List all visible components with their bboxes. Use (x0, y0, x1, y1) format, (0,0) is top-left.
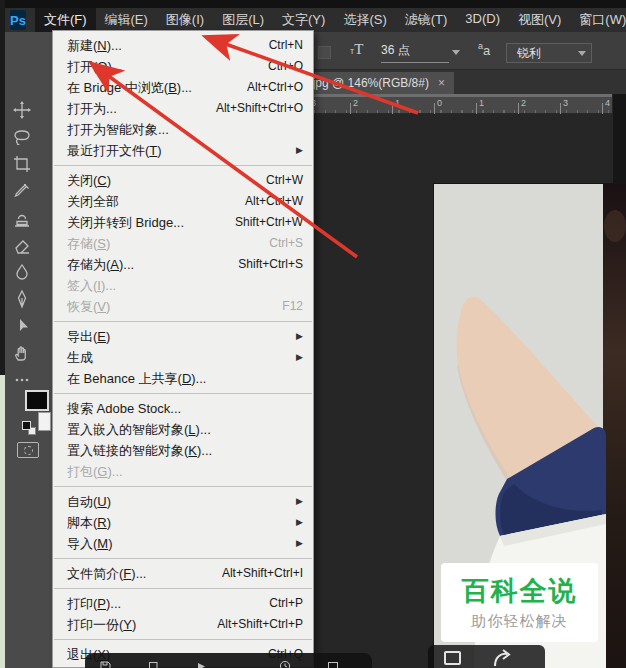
menubar-item[interactable]: 文字(Y) (273, 8, 334, 32)
ruler-number: 3 (563, 98, 568, 108)
file-menu-item[interactable]: 打印(P)...Ctrl+P (53, 593, 313, 614)
menubar-item[interactable]: 视图(V) (509, 8, 570, 32)
lasso-tool-icon[interactable] (12, 127, 32, 147)
share-icon[interactable] (195, 658, 207, 668)
menu-shortcut: Ctrl+O (268, 56, 303, 77)
blur-tool-icon[interactable] (12, 262, 32, 282)
menu-shortcut: Shift+Ctrl+S (238, 254, 303, 275)
file-menu-item[interactable]: 打开为...Alt+Shift+Ctrl+O (53, 98, 313, 119)
tab-close-icon[interactable]: × (438, 76, 445, 90)
stop-icon[interactable] (147, 658, 159, 668)
eyedropper-tool-icon[interactable] (12, 181, 32, 201)
file-menu-item: 恢复(V)F12 (53, 296, 313, 317)
crop-tool-icon[interactable] (12, 154, 32, 174)
ruler-major-tick (392, 103, 393, 114)
file-menu-item[interactable]: 打开为智能对象... (53, 119, 313, 140)
ruler-major-tick (560, 103, 561, 114)
title-bar (0, 0, 626, 8)
file-menu-item[interactable]: 关闭(C)Ctrl+W (53, 170, 313, 191)
recorder-toolbar-right[interactable] (428, 645, 545, 668)
monitor-icon[interactable] (327, 658, 339, 668)
menu-bar: Ps 文件(F)编辑(E)图像(I)图层(L)文字(Y)选择(S)滤镜(T)3D… (0, 8, 626, 32)
file-menu-item[interactable]: 关闭并转到 Bridge...Shift+Ctrl+W (53, 212, 313, 233)
file-menu-item[interactable]: 在 Behance 上共享(D)... (53, 368, 313, 389)
menubar-item[interactable]: 滤镜(T) (396, 8, 457, 32)
clone-stamp-tool-icon[interactable] (12, 208, 32, 228)
font-size-dropdown-chevron-icon[interactable] (452, 50, 460, 55)
menu-shortcut: Alt+Shift+Ctrl+P (217, 614, 303, 635)
file-menu-item[interactable]: 打开(O)...Ctrl+O (53, 56, 313, 77)
file-menu-item[interactable]: 置入嵌入的智能对象(L)... (53, 419, 313, 440)
menu-separator (54, 393, 312, 394)
menu-separator (54, 639, 312, 640)
submenu-arrow-icon: ▶ (293, 326, 303, 347)
foreground-color-swatch[interactable] (25, 390, 49, 411)
file-menu-item[interactable]: 新建(N)...Ctrl+N (53, 35, 313, 56)
options-partial-control[interactable] (318, 46, 331, 59)
ruler-number: 2 (521, 98, 526, 108)
font-size-input[interactable]: 36 点 (381, 42, 449, 63)
file-menu-item[interactable]: 置入链接的智能对象(K)... (53, 440, 313, 461)
menubar-item[interactable]: 编辑(E) (96, 8, 157, 32)
move-tool-icon[interactable] (12, 100, 32, 120)
file-menu-item[interactable]: 导出(E)▶ (53, 326, 313, 347)
default-colors-icon-fg[interactable] (22, 421, 31, 430)
ruler-number: 4 (605, 98, 610, 108)
file-menu-item: 存储(S)Ctrl+S (53, 233, 313, 254)
pen-tool-icon[interactable] (12, 289, 32, 309)
font-size-icon: тT (350, 40, 363, 58)
menu-separator (54, 321, 312, 322)
ruler-major-tick (518, 103, 519, 114)
file-menu-item[interactable]: 最近打开文件(T)▶ (53, 140, 313, 161)
menu-separator (54, 588, 312, 589)
menubar-item[interactable]: 图层(L) (213, 8, 273, 32)
path-selection-tool-icon[interactable] (12, 316, 32, 336)
anti-alias-dropdown-chevron-icon[interactable] (578, 51, 586, 56)
menu-shortcut: F12 (282, 296, 303, 317)
menu-shortcut: Alt+Ctrl+W (245, 191, 303, 212)
ruler-major-tick (350, 103, 351, 114)
submenu-arrow-icon: ▶ (293, 533, 303, 554)
more-tools-tool-icon[interactable] (12, 370, 32, 390)
clock-icon[interactable] (279, 658, 291, 668)
ruler-major-tick (602, 103, 603, 114)
file-menu-item[interactable]: 文件简介(F)...Alt+Shift+Ctrl+I (53, 563, 313, 584)
file-menu-item[interactable]: 生成▶ (53, 347, 313, 368)
menubar-item[interactable]: 窗口(W) (570, 8, 626, 32)
background-color-swatch[interactable] (38, 412, 51, 431)
quick-mask-icon[interactable] (17, 442, 39, 458)
menu-separator (54, 558, 312, 559)
file-menu-item[interactable]: 打印一份(Y)Alt+Shift+Ctrl+P (53, 614, 313, 635)
ruler-number: 0 (437, 98, 442, 108)
menubar-item[interactable]: 3D(D) (456, 8, 509, 32)
recorder-toolbar-left[interactable] (85, 653, 372, 668)
menu-shortcut: Alt+Ctrl+O (247, 77, 303, 98)
file-menu-item: 签入(I)... (53, 275, 313, 296)
file-menu-item[interactable]: 自动(U)▶ (53, 491, 313, 512)
menubar-item[interactable]: 图像(I) (157, 8, 213, 32)
ruler-number: 1 (479, 98, 484, 108)
file-menu-item[interactable]: 搜索 Adobe Stock... (53, 398, 313, 419)
menubar-item[interactable]: 选择(S) (334, 8, 395, 32)
menu-shortcut: Ctrl+S (269, 233, 303, 254)
submenu-arrow-icon: ▶ (293, 512, 303, 533)
menu-shortcut: Alt+Shift+Ctrl+O (216, 98, 303, 119)
menu-separator (54, 486, 312, 487)
file-menu-item[interactable]: 关闭全部Alt+Ctrl+W (53, 191, 313, 212)
file-menu-item[interactable]: 导入(M)▶ (53, 533, 313, 554)
save-icon[interactable] (99, 658, 111, 668)
file-menu-item[interactable]: 脚本(R)▶ (53, 512, 313, 533)
menu-shortcut: Alt+Shift+Ctrl+I (222, 563, 303, 584)
promo-subtitle: 助你轻松解决 (441, 612, 598, 631)
anti-alias-icon: aa (478, 41, 490, 59)
photoshop-logo: Ps (10, 10, 26, 30)
submenu-arrow-icon: ▶ (293, 491, 303, 512)
share-arrow-icon[interactable] (492, 648, 514, 668)
menubar-item[interactable]: 文件(F) (35, 8, 96, 32)
file-menu-item[interactable]: 存储为(A)...Shift+Ctrl+S (53, 254, 313, 275)
menu-shortcut: Ctrl+W (266, 170, 303, 191)
file-menu-item[interactable]: 在 Bridge 中浏览(B)...Alt+Ctrl+O (53, 77, 313, 98)
hand-tool-icon[interactable] (12, 343, 32, 363)
frame-capture-icon[interactable] (444, 651, 461, 665)
eraser-tool-icon[interactable] (12, 235, 32, 255)
